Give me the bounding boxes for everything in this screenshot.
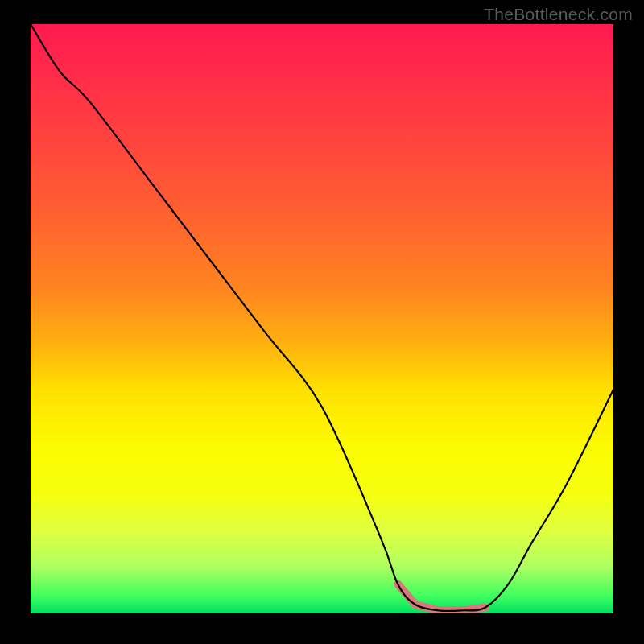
- plot-area: [31, 24, 613, 613]
- watermark-text: TheBottleneck.com: [484, 5, 633, 24]
- bottleneck-curve: [31, 24, 613, 613]
